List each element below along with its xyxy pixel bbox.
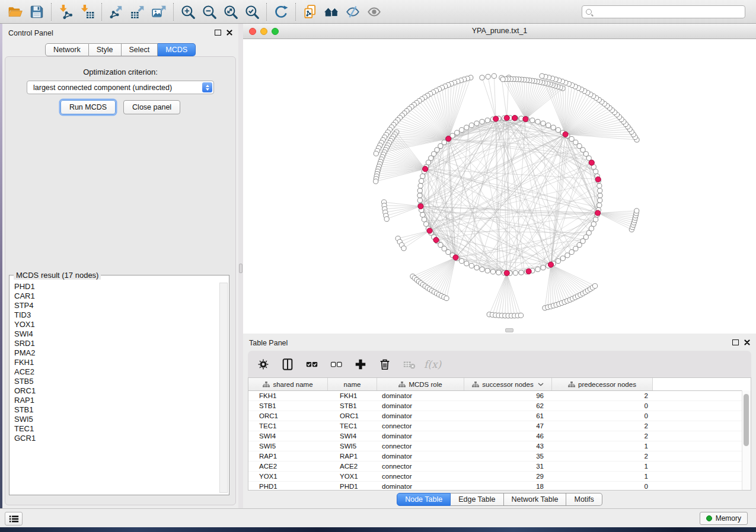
mcds-result-item[interactable]: STB5: [14, 377, 220, 386]
column-header-name[interactable]: name: [328, 378, 377, 390]
import-table-icon[interactable]: [77, 2, 97, 22]
export-image-icon[interactable]: [149, 2, 169, 22]
cell-mcds-role: dominator: [377, 482, 464, 491]
close-panel-button[interactable]: Close panel: [123, 100, 180, 114]
mcds-result-item[interactable]: CAR1: [14, 291, 220, 301]
mcds-result-item[interactable]: STP4: [14, 301, 220, 310]
cell-name: STB1: [328, 401, 377, 411]
export-network-icon[interactable]: [106, 2, 126, 22]
houses-icon[interactable]: [321, 2, 342, 22]
toolbar-separator: [51, 3, 52, 21]
close-panel-icon[interactable]: [227, 30, 232, 36]
window-close-button[interactable]: [249, 28, 256, 35]
splitter-grip-icon[interactable]: [239, 264, 243, 273]
zoom-fit-icon[interactable]: [221, 2, 241, 22]
mcds-result-item[interactable]: SWI5: [14, 415, 220, 424]
network-window-titlebar[interactable]: YPA_prune.txt_1: [243, 24, 756, 39]
mcds-result-item[interactable]: YOX1: [14, 320, 220, 329]
network-canvas[interactable]: [243, 39, 756, 334]
tab-network-table[interactable]: Network Table: [504, 493, 567, 506]
function-builder-icon[interactable]: f(x): [424, 358, 441, 370]
mcds-result-item[interactable]: TID3: [14, 310, 220, 320]
table-row[interactable]: FKH1FKH1dominator962: [248, 391, 751, 401]
cell-predecessor-nodes: 1: [552, 472, 653, 481]
close-panel-icon[interactable]: [744, 339, 750, 345]
tab-network[interactable]: Network: [45, 43, 89, 56]
search-input[interactable]: [595, 6, 745, 18]
tab-style[interactable]: Style: [89, 43, 122, 56]
mcds-result-item[interactable]: ACE2: [14, 367, 220, 377]
zoom-in-icon[interactable]: [178, 2, 198, 22]
memory-button[interactable]: Memory: [700, 512, 748, 525]
column-header-mcds-role[interactable]: MCDS role: [377, 378, 464, 390]
tab-select[interactable]: Select: [122, 43, 158, 56]
cell-shared-name: STB1: [248, 401, 328, 411]
column-header-predecessor-nodes[interactable]: predecessor nodes: [552, 378, 653, 390]
cell-predecessor-nodes: 2: [552, 421, 653, 431]
eye-icon[interactable]: [364, 2, 384, 22]
mcds-result-item[interactable]: PHD1: [14, 282, 220, 291]
mcds-result-item[interactable]: PMA2: [14, 348, 220, 358]
show-columns-icon[interactable]: [280, 357, 295, 371]
cell-mcds-role: dominator: [377, 411, 464, 421]
float-panel-icon[interactable]: [215, 30, 221, 36]
tab-mcds[interactable]: MCDS: [158, 43, 196, 56]
settings-gear-icon[interactable]: [256, 357, 270, 371]
table-row[interactable]: RAP1RAP1dominator352: [248, 451, 751, 462]
panel-splitter-vertical[interactable]: [238, 24, 243, 508]
cell-successor-nodes: 47: [464, 421, 552, 431]
column-header-shared-name[interactable]: shared name: [248, 378, 328, 390]
mcds-result-item[interactable]: TEC1: [14, 424, 220, 434]
eye-slash-icon[interactable]: [343, 2, 363, 22]
refresh-layout-icon[interactable]: [271, 2, 291, 22]
tab-edge-table[interactable]: Edge Table: [451, 493, 503, 506]
search-field[interactable]: [582, 5, 745, 18]
panels-menu-button[interactable]: [5, 512, 23, 525]
table-scrollbar[interactable]: [742, 390, 751, 490]
table-row[interactable]: TEC1TEC1connector472: [248, 421, 751, 431]
duplicate-network-icon[interactable]: [300, 2, 320, 22]
optimization-criterion-select[interactable]: largest connected component (undirected): [27, 81, 214, 94]
delete-table-icon[interactable]: [402, 357, 416, 371]
column-header-successor-nodes[interactable]: successor nodes: [464, 378, 552, 390]
float-panel-icon[interactable]: [732, 339, 739, 345]
table-row[interactable]: ORC1ORC1dominator610: [248, 411, 751, 421]
table-row[interactable]: SWI5SWI5connector431: [248, 441, 751, 451]
tab-node-table[interactable]: Node Table: [397, 493, 451, 506]
tab-motifs[interactable]: Motifs: [566, 493, 602, 506]
add-column-icon[interactable]: [353, 357, 368, 371]
open-file-icon[interactable]: [5, 2, 25, 22]
mcds-result-scrollbar[interactable]: [219, 283, 228, 493]
run-mcds-button[interactable]: Run MCDS: [60, 100, 116, 114]
cell-name: SWI4: [328, 431, 377, 441]
table-body: FKH1FKH1dominator962STB1STB1dominator620…: [248, 391, 751, 491]
zoom-selected-icon[interactable]: [242, 2, 262, 22]
network-graph[interactable]: [243, 39, 756, 334]
table-row[interactable]: ACE2ACE2connector311: [248, 462, 751, 472]
select-all-checkboxes-icon[interactable]: [305, 357, 319, 371]
mcds-result-item[interactable]: FKH1: [14, 358, 220, 367]
zoom-out-icon[interactable]: [199, 2, 219, 22]
table-row[interactable]: STB1STB1dominator620: [248, 401, 751, 411]
export-table-icon[interactable]: [127, 2, 148, 22]
window-zoom-button[interactable]: [272, 28, 279, 35]
cell-name: SWI5: [328, 441, 377, 451]
mcds-result-item[interactable]: SWI4: [14, 329, 220, 339]
scrollbar-thumb[interactable]: [744, 394, 749, 446]
table-row[interactable]: PHD1PHD1dominator180: [248, 482, 751, 491]
mcds-result-item[interactable]: RAP1: [14, 396, 220, 405]
window-minimize-button[interactable]: [260, 28, 267, 35]
mcds-result-item[interactable]: STB1: [14, 405, 220, 415]
import-network-icon[interactable]: [56, 2, 76, 22]
mcds-result-item[interactable]: SRD1: [14, 339, 220, 348]
table-row[interactable]: SWI4SWI4dominator462: [248, 431, 751, 441]
table-row[interactable]: YOX1YOX1connector291: [248, 472, 751, 482]
splitter-grip-icon[interactable]: [505, 328, 513, 332]
save-session-icon[interactable]: [27, 2, 47, 22]
table-toolbar: f(x): [248, 351, 751, 377]
mcds-result-item[interactable]: ORC1: [14, 386, 220, 396]
mcds-result-item[interactable]: GCR1: [14, 434, 220, 443]
delete-columns-icon[interactable]: [378, 357, 392, 371]
deselect-all-checkboxes-icon[interactable]: [329, 357, 343, 371]
memory-button-label: Memory: [716, 514, 741, 523]
